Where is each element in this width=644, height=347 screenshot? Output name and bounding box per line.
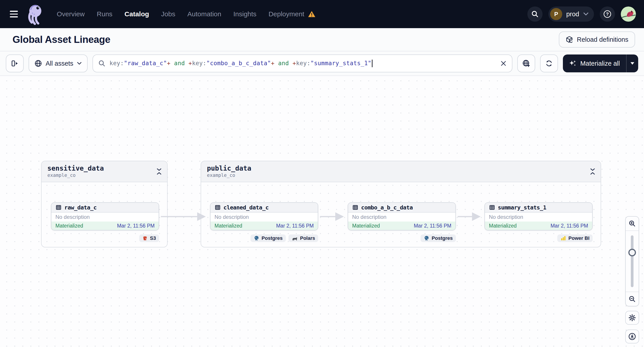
refresh-graph-button[interactable] — [540, 54, 558, 72]
tag-polars[interactable]: Polars — [288, 235, 318, 242]
lineage-toolbar: All assets key:"raw_data_c"+ and +key:"c… — [0, 51, 644, 76]
group-code-location: example_co — [207, 173, 595, 178]
powerbi-icon — [560, 235, 566, 241]
nav-item-catalog[interactable]: Catalog — [124, 10, 149, 18]
asset-combo-a-b-c-data: combo_a_b_c_data No description Material… — [348, 202, 456, 242]
asset-node[interactable]: cleaned_data_c No description Materializ… — [210, 202, 318, 230]
nav-item-automation[interactable]: Automation — [187, 10, 221, 18]
asset-tags: Postgres — [348, 235, 456, 242]
collapse-icon — [156, 168, 162, 175]
zoom-out-button[interactable] — [626, 292, 639, 306]
materialization-status: Materialized — [214, 223, 242, 229]
asset-selection-input[interactable]: key:"raw_data_c"+ and +key:"combo_a_b_c_… — [92, 54, 512, 72]
materialization-timestamp[interactable]: Mar 2, 11:56 PM — [117, 223, 155, 229]
global-search-button[interactable] — [527, 6, 542, 22]
save-catalog-view-button[interactable] — [517, 54, 535, 72]
asset-node[interactable]: raw_data_c No description Materialized M… — [51, 202, 159, 230]
zoom-control-group — [625, 216, 639, 306]
clear-query-button[interactable] — [500, 60, 506, 66]
materialization-timestamp[interactable]: Mar 2, 11:56 PM — [276, 223, 314, 229]
help-button[interactable]: ? — [600, 6, 615, 22]
search-icon — [531, 10, 539, 18]
nav-item-runs[interactable]: Runs — [97, 10, 112, 18]
zoom-in-button[interactable] — [626, 217, 639, 230]
zoom-slider-track[interactable] — [631, 235, 634, 287]
tag-power-bi[interactable]: Power BI — [557, 235, 592, 242]
refresh-icon — [545, 60, 553, 67]
asset-description: No description — [489, 214, 523, 220]
materialization-timestamp[interactable]: Mar 2, 11:56 PM — [550, 223, 588, 229]
deployment-switcher[interactable]: P prod — [548, 6, 594, 22]
asset-node[interactable]: summary_stats_1 No description Materiali… — [484, 202, 592, 230]
group-header[interactable]: sensitive_data example_co — [42, 161, 167, 182]
nav-links: Overview Runs Catalog Jobs Automation In… — [57, 10, 316, 18]
collapse-group-button[interactable] — [588, 167, 597, 176]
materialize-all-button[interactable]: Materialize all — [563, 54, 638, 72]
reload-definitions-button[interactable]: Reload definitions — [559, 31, 635, 47]
graph-settings-button[interactable] — [625, 311, 639, 325]
cardinal-bird-avatar-image — [621, 6, 636, 22]
materialization-timestamp[interactable]: Mar 2, 11:56 PM — [414, 223, 452, 229]
chevron-down-icon — [77, 62, 82, 65]
table-asset-icon — [352, 204, 358, 211]
table-asset-icon — [489, 204, 495, 211]
download-image-button[interactable] — [625, 330, 639, 344]
table-asset-icon — [214, 204, 221, 211]
globe-plus-icon — [522, 59, 530, 67]
asset-scope-label: All assets — [46, 60, 73, 67]
s3-bucket-icon — [142, 235, 148, 241]
deployment-warning-icon — [308, 11, 316, 17]
open-panel-icon — [11, 60, 18, 67]
top-nav-bar: Overview Runs Catalog Jobs Automation In… — [0, 0, 644, 28]
nav-item-jobs[interactable]: Jobs — [161, 10, 175, 18]
materialize-options-caret[interactable] — [626, 54, 638, 72]
hamburger-menu-button[interactable] — [6, 6, 22, 22]
help-icon: ? — [603, 10, 612, 18]
nav-item-insights[interactable]: Insights — [233, 10, 256, 18]
lineage-graph-canvas[interactable]: sensitive_data example_co — [0, 76, 644, 347]
page-header: Global Asset Lineage Reload definitions — [0, 28, 644, 51]
tag-s3[interactable]: S3 — [139, 235, 159, 242]
nav-item-overview[interactable]: Overview — [57, 10, 85, 18]
asset-name: cleaned_data_c — [224, 204, 268, 211]
reload-definitions-icon — [566, 36, 573, 43]
search-icon — [98, 60, 106, 67]
polars-bear-icon — [292, 236, 298, 241]
open-left-panel-button[interactable] — [6, 54, 24, 72]
group-code-location: example_co — [47, 173, 162, 178]
close-icon — [500, 60, 506, 66]
materialization-status: Materialized — [489, 223, 517, 229]
materialization-status: Materialized — [352, 223, 380, 229]
tag-postgres[interactable]: Postgres — [250, 235, 286, 242]
asset-tags: Postgres Polars — [210, 235, 318, 242]
asset-raw-data-c: raw_data_c No description Materialized M… — [51, 202, 159, 242]
materialize-all-main[interactable]: Materialize all — [563, 54, 626, 72]
group-header[interactable]: public_data example_co — [201, 161, 601, 182]
collapse-icon — [590, 168, 596, 175]
text-cursor — [372, 60, 372, 67]
zoom-slider[interactable] — [626, 231, 639, 292]
nav-right-cluster: P prod ? — [527, 6, 636, 22]
deployment-name: prod — [566, 10, 579, 18]
svg-text:?: ? — [606, 11, 609, 16]
zoom-out-icon — [628, 296, 636, 303]
user-avatar[interactable] — [621, 6, 636, 22]
group-name: sensitive_data — [47, 164, 162, 172]
caret-down-icon — [630, 62, 634, 65]
collapse-group-button[interactable] — [155, 167, 163, 176]
asset-group-sensitive-data: sensitive_data example_co — [41, 161, 168, 247]
dagster-octopus-logo — [26, 2, 45, 26]
asset-cleaned-data-c: cleaned_data_c No description Materializ… — [210, 202, 318, 242]
asset-description: No description — [352, 214, 386, 220]
asset-node[interactable]: combo_a_b_c_data No description Material… — [348, 202, 456, 230]
page-title: Global Asset Lineage — [12, 34, 110, 45]
asset-scope-dropdown[interactable]: All assets — [28, 54, 88, 72]
asset-name: raw_data_c — [64, 204, 97, 211]
asset-group-public-data: public_data example_co — [201, 161, 601, 247]
asset-description: No description — [56, 214, 90, 220]
tag-postgres[interactable]: Postgres — [420, 235, 456, 242]
zoom-slider-handle[interactable] — [628, 249, 636, 256]
nav-item-deployment[interactable]: Deployment — [268, 10, 316, 18]
asset-name: summary_stats_1 — [498, 204, 546, 211]
postgres-elephant-icon — [254, 235, 260, 241]
